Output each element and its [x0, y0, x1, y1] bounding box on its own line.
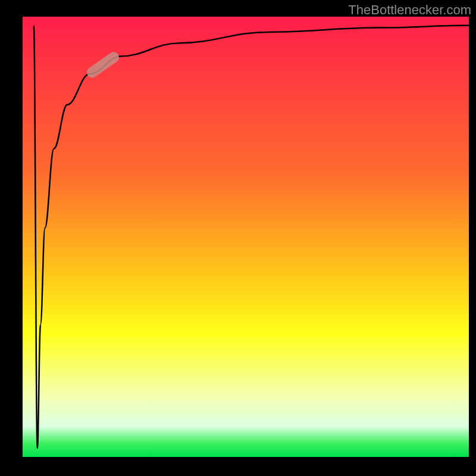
watermark-text: TheBottlenecker.com — [348, 2, 471, 18]
curve-layer — [23, 17, 469, 457]
plot-area — [23, 17, 469, 457]
bottleneck-curve — [34, 26, 469, 448]
